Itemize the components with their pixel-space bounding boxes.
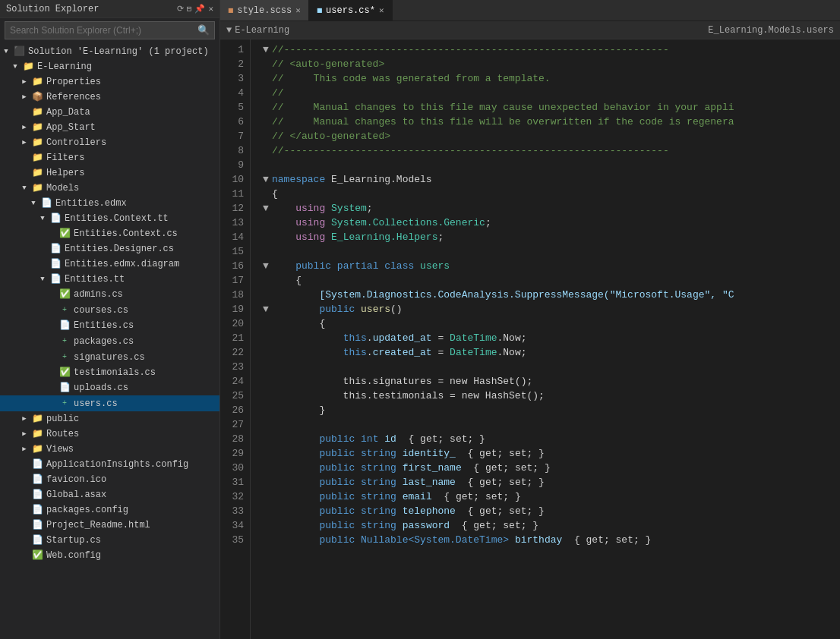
tree-item-entities_edmx_diagram[interactable]: 📄Entities.edmx.diagram [0, 257, 219, 272]
tree-arrow-controllers[interactable]: ▶ [18, 136, 30, 150]
line-number-2: 2 [226, 57, 244, 71]
code-line-6: // Manual changes to this file will be o… [260, 115, 840, 129]
fold-gutter-19[interactable]: ▼ [260, 302, 272, 316]
search-icon[interactable]: 🔍 [197, 24, 210, 36]
fold-gutter-1[interactable]: ▼ [260, 42, 272, 57]
tree-label-users_cs: users.cs [74, 397, 118, 411]
fold-gutter-10[interactable]: ▼ [260, 172, 272, 187]
tab-style-scss[interactable]: ◼style.scss✕ [220, 0, 309, 20]
collapse-icon[interactable]: ⊟ [187, 4, 192, 14]
tree-arrow-public[interactable]: ▶ [18, 412, 30, 426]
sync-icon[interactable]: ⟳ [177, 4, 184, 14]
tree-arrow-properties[interactable]: ▶ [18, 75, 30, 89]
tree-item-solution[interactable]: ▼⬛Solution 'E-Learning' (1 project) [0, 44, 219, 59]
breadcrumb-project: E-Learning [235, 25, 289, 36]
tree-item-users_cs[interactable]: +users.cs [0, 395, 219, 411]
code-content[interactable]: ▼//-------------------------------------… [251, 39, 840, 639]
solution-explorer-panel: Solution Explorer ⟳ ⊟ 📌 ✕ 🔍 ▼⬛Solution '… [0, 0, 220, 639]
tab-close-style-scss[interactable]: ✕ [295, 5, 301, 15]
code-line-28: public int id { get; set; } [260, 432, 840, 446]
tree-item-packages_config[interactable]: 📄packages.config [0, 502, 219, 518]
tree-item-filters[interactable]: 📁Filters [0, 150, 219, 165]
tree-icon-uploads_cs: 📄 [58, 381, 71, 395]
line-number-5: 5 [226, 100, 244, 115]
tree-item-global_asax[interactable]: 📄Global.asax [0, 487, 219, 502]
tree-item-packages_cs[interactable]: +packages.cs [0, 333, 219, 349]
tree-item-elearning[interactable]: ▼📁E-Learning [0, 59, 219, 74]
tree-arrow-references[interactable]: ▶ [18, 90, 30, 104]
tree-item-testimonials_cs[interactable]: ✅testimonials.cs [0, 365, 219, 380]
fold-gutter-12[interactable]: ▼ [260, 201, 272, 216]
tree-item-models[interactable]: ▼📁Models [0, 181, 219, 196]
tree-item-project_readme[interactable]: 📄Project_Readme.html [0, 518, 219, 533]
search-input[interactable] [10, 25, 197, 36]
tree-arrow-views[interactable]: ▶ [18, 442, 30, 456]
tree-arrow-entities_context_tt[interactable]: ▼ [36, 212, 49, 225]
tree-item-views[interactable]: ▶📁Views [0, 442, 219, 457]
tree-item-entities_context_tt[interactable]: ▼📄Entities.Context.tt [0, 211, 219, 226]
tree-item-helpers[interactable]: 📁Helpers [0, 165, 219, 181]
tree-item-references[interactable]: ▶📦References [0, 90, 219, 105]
tree-icon-entities_context_cs: ✅ [58, 227, 71, 241]
code-line-18: [System.Diagnostics.CodeAnalysis.Suppres… [260, 288, 840, 302]
tree-label-filters: Filters [46, 151, 84, 165]
line-number-4: 4 [226, 86, 244, 100]
tree-arrow-elearning[interactable]: ▼ [9, 60, 21, 74]
tree-item-entities_cs[interactable]: 📄Entities.cs [0, 318, 219, 333]
solution-explorer-title: Solution Explorer [6, 4, 99, 14]
code-line-35: public Nullable<System.DateTime> birthda… [260, 533, 840, 547]
tree-label-entities_context_tt: Entities.Context.tt [65, 212, 169, 225]
search-bar[interactable]: 🔍 [5, 21, 215, 39]
tree-item-entities_tt[interactable]: ▼📄Entities.tt [0, 272, 219, 287]
code-text-29: public string identity_ { get; set; } [272, 446, 840, 461]
tree-label-entities_context_cs: Entities.Context.cs [74, 227, 178, 241]
tree-arrow-solution[interactable]: ▼ [0, 45, 12, 58]
tree-item-courses_cs[interactable]: +courses.cs [0, 302, 219, 318]
line-number-17: 17 [226, 273, 244, 288]
code-text-3: // This code was generated from a templa… [272, 71, 840, 86]
tree-label-elearning: E-Learning [37, 60, 92, 74]
tree-item-controllers[interactable]: ▶📁Controllers [0, 135, 219, 150]
tree-item-app_data[interactable]: 📁App_Data [0, 105, 219, 120]
code-line-31: public string last_name { get; set; } [260, 475, 840, 489]
tree-item-entities_edmx[interactable]: ▼📄Entities.edmx [0, 196, 219, 211]
tree-label-entities_tt: Entities.tt [65, 272, 125, 286]
code-text-10: namespace E_Learning.Models [272, 172, 840, 187]
tree-item-admins_cs[interactable]: ✅admins.cs [0, 287, 219, 302]
tree-item-uploads_cs[interactable]: 📄uploads.cs [0, 380, 219, 395]
tab-users-cs[interactable]: ◼users.cs*✕ [309, 0, 393, 20]
code-text-22: this.created_at = DateTime.Now; [272, 345, 840, 360]
code-text-2: // <auto-generated> [272, 57, 840, 71]
tree-item-entities_context_cs[interactable]: ✅Entities.Context.cs [0, 226, 219, 241]
code-text-25: this.testimonials = new HashSet(); [272, 389, 840, 403]
dropdown-icon[interactable]: ▼ [226, 25, 232, 36]
code-line-8: //--------------------------------------… [260, 143, 840, 158]
pin-icon[interactable]: 📌 [194, 4, 205, 14]
cs-icon: ◼ [317, 5, 322, 16]
tab-close-users-cs[interactable]: ✕ [379, 5, 384, 15]
tree-item-signatures_cs[interactable]: +signatures.cs [0, 349, 219, 365]
close-icon[interactable]: ✕ [208, 4, 213, 14]
code-line-22: this.created_at = DateTime.Now; [260, 345, 840, 360]
tree-arrow-entities_tt[interactable]: ▼ [36, 272, 49, 286]
tree-arrow-entities_edmx[interactable]: ▼ [27, 197, 39, 210]
tree-item-web_config[interactable]: ✅Web.config [0, 548, 219, 563]
tree-arrow-models[interactable]: ▼ [18, 181, 30, 195]
code-text-6: // Manual changes to this file will be o… [272, 115, 840, 129]
tree-item-routes[interactable]: ▶📁Routes [0, 427, 219, 442]
tree-item-startup_cs[interactable]: 📄Startup.cs [0, 533, 219, 548]
tree-item-properties[interactable]: ▶📁Properties [0, 74, 219, 90]
tree-item-public[interactable]: ▶📁public [0, 411, 219, 427]
tree-item-entities_designer_cs[interactable]: 📄Entities.Designer.cs [0, 241, 219, 257]
fold-gutter-16[interactable]: ▼ [260, 259, 272, 273]
tree-arrow-app_start[interactable]: ▶ [18, 121, 30, 134]
tree-label-views: Views [46, 442, 74, 456]
tree-label-signatures_cs: signatures.cs [74, 351, 145, 364]
tree-label-models: Models [46, 181, 79, 195]
tree-item-app_start[interactable]: ▶📁App_Start [0, 120, 219, 135]
tree-arrow-routes[interactable]: ▶ [18, 427, 30, 441]
tree-item-applicationinsights[interactable]: 📄ApplicationInsights.config [0, 457, 219, 472]
solution-explorer-titlebar: Solution Explorer ⟳ ⊟ 📌 ✕ [0, 0, 219, 18]
tree-item-favicon[interactable]: 📄favicon.ico [0, 472, 219, 487]
code-line-29: public string identity_ { get; set; } [260, 446, 840, 461]
